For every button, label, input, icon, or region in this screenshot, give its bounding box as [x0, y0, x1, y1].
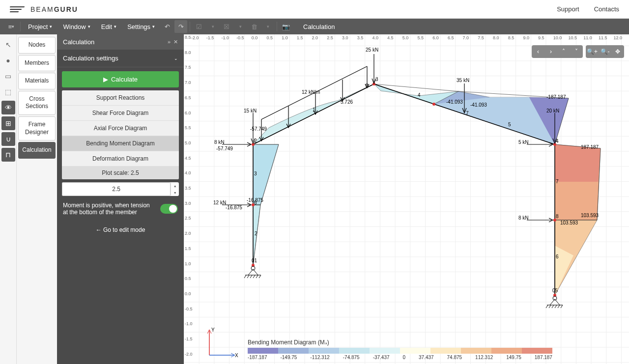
load-12: 12 kN	[213, 200, 226, 205]
collapse-icon[interactable]: »	[168, 39, 171, 45]
m-16875: -16.875	[226, 205, 242, 210]
svg-point-20	[432, 103, 435, 106]
plot-scale-input[interactable]	[62, 182, 171, 196]
dot-tool-icon[interactable]: ●	[1, 54, 15, 67]
axis-indicator: Y X	[204, 326, 239, 360]
svg-line-24	[244, 275, 246, 278]
trash-dropdown-icon: ▾	[261, 20, 274, 33]
diagram-axial[interactable]: Axial Force Diagram	[62, 121, 179, 136]
svg-line-36	[558, 305, 560, 308]
svg-text:Y: Y	[211, 327, 215, 333]
m-103593a: 103.593	[581, 213, 599, 218]
legend-bar	[248, 348, 552, 354]
moment-sign-toggle[interactable]	[160, 204, 178, 214]
panel-settings-header[interactable]: Calculation settings ⌄	[57, 50, 184, 67]
svg-line-32	[546, 305, 548, 308]
menu-icon[interactable]: ≡ ▾	[5, 20, 18, 33]
tab-calculation[interactable]: Calculation	[18, 142, 56, 159]
svg-point-30	[553, 296, 557, 300]
grid-icon[interactable]: ⊞	[1, 116, 15, 130]
trash-icon: 🗑	[248, 20, 260, 33]
calculate-button[interactable]: ▶Calculate	[62, 71, 179, 87]
legend-labels: -187.187-149.75-112.312-74.875-37.437037…	[248, 355, 552, 360]
svg-line-34	[552, 305, 554, 308]
panel-title: Calculation	[63, 38, 94, 46]
diagram-bending[interactable]: Bending Moment Diagram	[62, 136, 179, 151]
node-label-7: 7	[466, 111, 469, 116]
svg-marker-7	[555, 144, 600, 182]
load-15: 15 kN	[244, 108, 257, 113]
plot-scale-label: Plot scale: 2.5	[62, 167, 179, 179]
node-label-0: 0	[366, 83, 369, 88]
member-label-1: 1	[313, 107, 315, 112]
tab-materials[interactable]: Materials	[18, 73, 56, 89]
contacts-link[interactable]: Contacts	[594, 5, 619, 13]
node-label-5: 05	[552, 288, 558, 293]
scale-input-wrap: ▲ ▼	[62, 182, 179, 196]
window-menu[interactable]: Window▾	[58, 21, 95, 33]
m-57749: -57.749	[216, 146, 233, 151]
svg-line-37	[561, 305, 563, 308]
scale-up-icon[interactable]: ▲	[171, 182, 179, 189]
undo-icon[interactable]: ↶	[161, 20, 173, 33]
magnet-icon[interactable]: ∪	[1, 132, 15, 146]
svg-point-22	[251, 266, 255, 270]
svg-line-25	[247, 275, 249, 278]
diagram-deformation[interactable]: Deformation Diagram	[62, 151, 179, 167]
scale-spinner: ▲ ▼	[171, 182, 179, 196]
m-187187: 187.187	[581, 144, 599, 150]
node-label-3t: 3	[375, 77, 378, 82]
settings-menu[interactable]: Settings▾	[122, 21, 160, 33]
panel-header: Calculation » ✕	[57, 34, 184, 50]
load-20: 20 kN	[546, 108, 559, 113]
m-41093b: -41.093	[470, 102, 487, 108]
edit-menu[interactable]: Edit▾	[96, 21, 121, 33]
camera-icon[interactable]: 📷	[280, 20, 292, 33]
toolbar: ≡ ▾ Project▾ Window▾ Edit▾ Settings▾ ↶ ↷…	[0, 19, 629, 34]
node-label-2: 2	[254, 138, 257, 143]
diagram-shear[interactable]: Shear Force Diagram	[62, 106, 179, 121]
project-menu[interactable]: Project▾	[23, 21, 57, 33]
tab-cross-sections[interactable]: Cross Sections	[18, 91, 56, 115]
m-57749n: -57.749	[250, 126, 267, 132]
node-label-6: 6	[254, 200, 257, 205]
member-label-4: 4	[418, 92, 421, 98]
brand: BEAMGURU	[30, 5, 78, 13]
load-25: 25 kN	[366, 47, 378, 53]
top-bar: BEAMGURU Support Contacts	[0, 0, 629, 19]
dashed-rect-icon[interactable]: ⬚	[1, 85, 15, 99]
logo-icon	[10, 4, 25, 14]
eye-icon[interactable]: 👁	[1, 101, 15, 114]
load-12m: 12 kN/m	[302, 89, 320, 95]
svg-line-33	[549, 305, 551, 308]
tab-frame-designer[interactable]: Frame Designer	[18, 116, 56, 140]
diagram-list: Support Reactions Shear Force Diagram Ax…	[62, 90, 179, 179]
m-41093a: -41.093	[446, 99, 463, 105]
svg-line-28	[256, 275, 258, 278]
brand-bold: GURU	[54, 5, 78, 13]
member-label-2: 2	[255, 231, 257, 236]
support-link[interactable]: Support	[557, 5, 579, 13]
xbox-dropdown-icon: ▾	[234, 20, 247, 33]
tab-nodes[interactable]: Nodes	[18, 37, 56, 54]
arrow-tool-icon[interactable]: ↖	[1, 38, 15, 52]
svg-line-29	[259, 275, 261, 278]
legend-title: Bending Moment Diagram (Mₓ)	[248, 339, 552, 346]
edit-mode-link[interactable]: ← Go to edit mode	[62, 222, 179, 238]
diagram-support-reactions[interactable]: Support Reactions	[62, 90, 179, 106]
calculation-panel: Calculation » ✕ Calculation settings ⌄ ▶…	[57, 34, 184, 364]
calculation-menu[interactable]: Calculation	[298, 21, 340, 33]
canvas[interactable]: ‹ › ˄ ˅ 🔍+ 🔍- ✥	[184, 34, 629, 364]
close-icon[interactable]: ✕	[173, 39, 178, 45]
scale-down-icon[interactable]: ▼	[171, 189, 179, 196]
node-label-8: 8	[556, 214, 559, 219]
svg-line-26	[250, 275, 252, 278]
magnet2-icon[interactable]: ⊓	[1, 148, 15, 162]
brand-light: BEAM	[30, 5, 54, 13]
settings-label: Calculation settings	[63, 55, 118, 62]
node-label-4: 4	[556, 139, 559, 144]
rect-tool-icon[interactable]: ▭	[1, 69, 15, 83]
redo-icon[interactable]: ↷	[174, 20, 187, 33]
tab-members[interactable]: Members	[18, 55, 56, 72]
member-label-7: 7	[556, 179, 559, 184]
